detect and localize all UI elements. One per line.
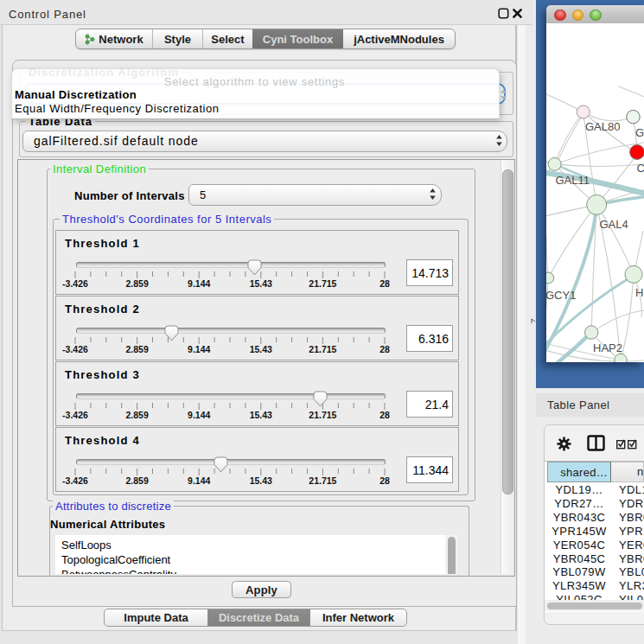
svg-text:GCY1: GCY1	[546, 289, 576, 302]
svg-text:H: H	[635, 286, 643, 299]
svg-text:GAL80: GAL80	[585, 120, 620, 133]
svg-text:GA: GA	[635, 126, 644, 139]
svg-text:GAL4: GAL4	[600, 218, 628, 231]
svg-text:GAL11: GAL11	[555, 174, 590, 187]
svg-text:HAP2: HAP2	[593, 341, 622, 354]
svg-text:C: C	[637, 162, 644, 175]
